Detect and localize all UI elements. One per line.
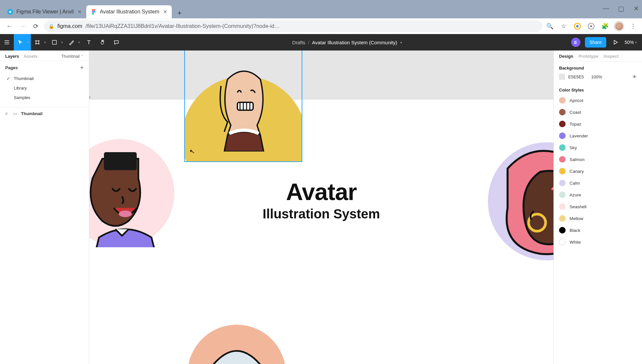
frame-label: ail <box>89 95 90 100</box>
color-style-name: Calm <box>570 181 580 186</box>
bookmark-star-icon[interactable]: ☆ <box>559 22 568 30</box>
browser-tab-anvil[interactable]: Figma File Viewer | Anvil ✕ <box>3 5 86 18</box>
back-button[interactable]: ← <box>5 21 14 31</box>
canvas-heading: Avatar Illustration System <box>263 178 380 221</box>
frame-tool[interactable]: ▾ <box>31 34 48 51</box>
color-style-row[interactable]: Mellow <box>554 212 642 224</box>
url-path: /file/13UAiRqZZA31IJ8Bdril1v/Avatar-Illu… <box>86 23 280 29</box>
color-swatch <box>559 180 566 186</box>
add-page-button[interactable]: + <box>80 64 84 71</box>
avatar-face-center <box>211 66 277 152</box>
search-icon[interactable]: 🔍 <box>546 22 554 30</box>
hand-tool[interactable] <box>96 34 110 51</box>
svg-point-7 <box>576 25 578 27</box>
url-bar[interactable]: 🔒 figma.com /file/13UAiRqZZA31IJ8Bdril1v… <box>44 20 542 32</box>
color-style-row[interactable]: Lavender <box>554 130 642 142</box>
browser-tab-figma[interactable]: Avatar Illustration System ✕ <box>86 5 172 18</box>
background-swatch[interactable] <box>559 74 565 80</box>
svg-rect-16 <box>104 152 137 170</box>
profile-avatar[interactable] <box>614 22 624 31</box>
color-style-row[interactable]: Salmon <box>554 153 642 165</box>
chevron-down-icon: ▾ <box>61 41 63 44</box>
kebab-menu-icon[interactable]: ⋮ <box>629 22 637 30</box>
shape-tool[interactable]: ▾ <box>48 34 65 51</box>
figma-app: ▾ ▾ ▾ ▾ Drafts <box>0 34 642 364</box>
color-style-name: Seashell <box>570 204 587 209</box>
zoom-value: 50% <box>625 40 634 45</box>
color-style-row[interactable]: Seashell <box>554 201 642 212</box>
main-menu-button[interactable] <box>0 34 14 51</box>
divider <box>0 107 89 107</box>
comment-tool[interactable] <box>110 34 123 51</box>
chevron-down-icon: ▾ <box>635 41 637 44</box>
background-opacity[interactable]: 100% <box>591 74 606 79</box>
share-button[interactable]: Share <box>585 37 606 48</box>
heading-line1: Avatar <box>263 178 380 205</box>
tab-layers[interactable]: Layers <box>5 54 19 59</box>
tab-inspect[interactable]: Inspect <box>604 54 619 59</box>
color-style-name: Topaz <box>570 122 581 127</box>
file-name: Avatar Illustration System (Community) <box>312 40 397 45</box>
layer-row-thumbnail[interactable]: # ▭ Thumbnail <box>0 109 89 119</box>
color-style-row[interactable]: Black <box>554 224 642 236</box>
avatar-right <box>488 142 553 260</box>
color-style-name: Black <box>570 228 580 233</box>
left-panel: Layers Assets Thumbnail ⌃ Pages + ✓ Thum <box>0 51 89 364</box>
canvas[interactable]: ail <box>89 51 553 364</box>
pen-tool[interactable]: ▾ <box>65 34 82 51</box>
pages-header: Pages + <box>0 61 89 72</box>
svg-point-2 <box>94 9 95 11</box>
right-panel: Design Prototype Inspect Background E5E5… <box>553 51 642 364</box>
color-style-row[interactable]: Topaz <box>554 118 642 130</box>
color-style-row[interactable]: Sky <box>554 142 642 153</box>
maximize-icon[interactable]: ▢ <box>618 5 624 12</box>
page-item-library[interactable]: ✓ Library <box>0 83 89 93</box>
extensions-puzzle-icon[interactable]: 🧩 <box>601 22 609 30</box>
background-row[interactable]: E5E5E5 100% 👁 <box>554 72 642 84</box>
visibility-eye-icon[interactable]: 👁 <box>632 74 637 79</box>
new-tab-button[interactable]: + <box>174 8 185 18</box>
color-style-row[interactable]: Calm <box>554 177 642 189</box>
anvil-favicon-icon <box>7 9 13 15</box>
color-style-name: Lavender <box>570 133 588 138</box>
reload-button[interactable]: ⟳ <box>31 21 41 31</box>
color-style-row[interactable]: Azure <box>554 189 642 201</box>
zoom-control[interactable]: 50% ▾ <box>625 40 637 45</box>
color-styles-list: ApricotCoastTopazLavenderSkySalmonCanary… <box>554 94 642 248</box>
tab-prototype[interactable]: Prototype <box>578 54 598 59</box>
svg-point-9 <box>590 25 592 27</box>
frame-icon: # <box>5 111 10 116</box>
figma-toolbar: ▾ ▾ ▾ ▾ Drafts <box>0 34 642 51</box>
page-item-samples[interactable]: ✓ Samples <box>0 93 89 102</box>
extension-chrome-icon[interactable] <box>573 22 582 30</box>
forward-button[interactable]: → <box>18 21 28 31</box>
user-badge[interactable]: E <box>571 38 580 47</box>
minimize-icon[interactable]: — <box>603 5 609 12</box>
color-style-name: Mellow <box>570 216 583 221</box>
extension-eye-icon[interactable] <box>587 22 595 30</box>
color-style-row[interactable]: Apricot <box>554 94 642 106</box>
url-host: figma.com <box>57 23 82 29</box>
tab-assets[interactable]: Assets <box>24 54 38 59</box>
color-style-row[interactable]: White <box>554 236 642 248</box>
present-button[interactable] <box>611 34 620 51</box>
close-window-icon[interactable]: ✕ <box>633 5 639 12</box>
color-swatch <box>559 109 566 115</box>
color-swatch <box>559 121 566 127</box>
tab-design[interactable]: Design <box>559 54 573 59</box>
page-item-thumbnail[interactable]: ✓ Thumbnail <box>0 74 89 83</box>
move-tool[interactable]: ▾ <box>14 34 31 51</box>
background-section-title: Background <box>554 62 642 72</box>
color-style-row[interactable]: Canary <box>554 165 642 177</box>
browser-window: Figma File Viewer | Anvil ✕ Avatar Illus… <box>0 0 642 364</box>
close-icon[interactable]: ✕ <box>77 9 82 14</box>
background-hex[interactable]: E5E5E5 <box>568 74 588 79</box>
color-style-row[interactable]: Coast <box>554 106 642 118</box>
close-icon[interactable]: ✕ <box>163 9 168 14</box>
text-tool[interactable] <box>82 34 96 51</box>
page-selector[interactable]: Thumbnail ⌃ <box>61 54 84 59</box>
color-style-name: Coast <box>570 110 581 115</box>
avatar-bottom <box>188 325 286 364</box>
selection-box[interactable] <box>184 51 302 162</box>
breadcrumb[interactable]: Drafts / Avatar Illustration System (Com… <box>123 40 571 45</box>
